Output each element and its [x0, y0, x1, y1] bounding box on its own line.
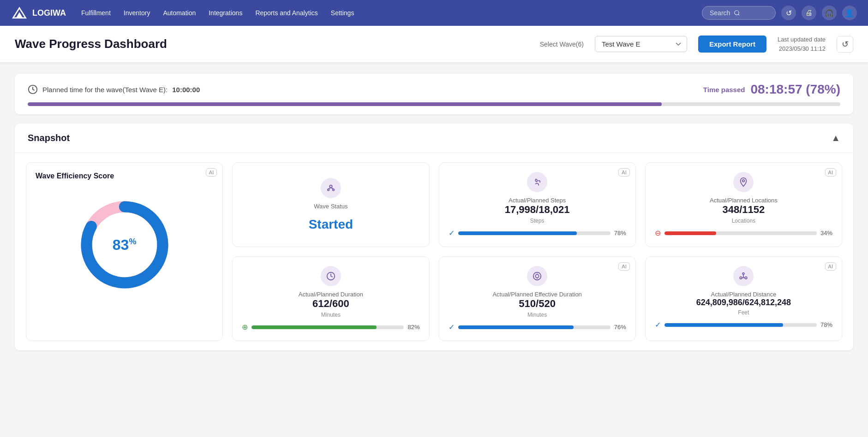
- steps-value: 17,998/18,021: [505, 204, 570, 216]
- time-bar-top: Planned time for the wave(Test Wave E): …: [28, 82, 840, 97]
- search-bar[interactable]: Search: [702, 6, 776, 20]
- support-button[interactable]: 🎧: [822, 6, 837, 20]
- distance-ai-badge: AI: [825, 262, 836, 271]
- locations-card: AI Actual/Planned Locations 348/1152 Loc…: [645, 162, 842, 247]
- duration-progress-icon: ⊕: [242, 323, 248, 331]
- steps-progress-icon: ✓: [449, 229, 455, 237]
- efficiency-ai-badge: AI: [206, 168, 217, 177]
- time-passed-label: Time passed: [703, 86, 745, 94]
- duration-value: 612/600: [312, 298, 349, 310]
- effective-duration-value: 510/520: [519, 298, 556, 310]
- wave-select[interactable]: Test Wave E: [595, 36, 687, 52]
- distance-icon: [733, 266, 754, 286]
- header-refresh-button[interactable]: ↺: [837, 36, 853, 53]
- nav-automation[interactable]: Automation: [163, 9, 196, 17]
- time-passed: Time passed 08:18:57 (78%): [703, 82, 840, 97]
- effective-duration-sub: Minutes: [527, 312, 547, 318]
- locations-progress-row: ⊖ 34%: [655, 229, 832, 237]
- effective-duration-progress-icon: ✓: [449, 323, 455, 331]
- print-button[interactable]: 🖨: [802, 6, 816, 20]
- svg-point-7: [329, 185, 332, 188]
- duration-sub: Minutes: [321, 312, 341, 318]
- svg-point-9: [333, 189, 335, 190]
- navbar: LOGIWA Fulfillment Inventory Automation …: [0, 0, 868, 26]
- distance-progress-pct: 78%: [820, 321, 832, 328]
- donut-center-value: 83%: [113, 236, 137, 254]
- brand-name: LOGIWA: [32, 8, 66, 18]
- efficiency-card: AI Wave Efficiency Score 83%: [26, 162, 223, 341]
- duration-icon: [321, 266, 341, 286]
- effective-duration-ai-badge: AI: [618, 262, 629, 271]
- nav-fulfillment[interactable]: Fulfillment: [81, 9, 111, 17]
- time-bar-section: Planned time for the wave(Test Wave E): …: [15, 74, 853, 114]
- distance-value: 624,809,986/624,812,248: [696, 298, 791, 307]
- user-button[interactable]: 👤: [842, 6, 857, 20]
- clock-icon: [28, 84, 38, 94]
- nav-inventory[interactable]: Inventory: [124, 9, 150, 17]
- svg-point-18: [745, 277, 748, 279]
- duration-progress-fill: [251, 325, 377, 329]
- svg-line-10: [328, 188, 331, 189]
- steps-title: Actual/Planned Steps: [509, 197, 566, 204]
- svg-point-13: [742, 180, 745, 182]
- efficiency-title: Wave Efficiency Score: [36, 172, 114, 180]
- planned-time-label: Planned time for the wave(Test Wave E):: [42, 86, 168, 94]
- nav-reports[interactable]: Reports and Analytics: [255, 9, 317, 17]
- wave-selector-label: Select Wave(6): [540, 41, 584, 48]
- refresh-nav-button[interactable]: ↺: [781, 6, 796, 20]
- duration-progress-track: [251, 325, 404, 329]
- last-updated: Last updated date 2023/05/30 11:12: [778, 35, 826, 53]
- wave-status-card: Wave Status Started: [232, 162, 429, 247]
- brand-logo[interactable]: LOGIWA: [11, 5, 66, 21]
- nav-integrations[interactable]: Integrations: [209, 9, 242, 17]
- steps-progress-pct: 78%: [614, 230, 626, 236]
- svg-point-17: [740, 277, 742, 279]
- locations-icon: [733, 172, 754, 192]
- locations-progress-fill: [664, 231, 716, 235]
- planned-time: Planned time for the wave(Test Wave E): …: [28, 84, 200, 94]
- steps-progress-track: [458, 231, 611, 235]
- distance-sub: Feet: [738, 309, 749, 316]
- locations-value: 348/1152: [722, 204, 765, 216]
- distance-progress-row: ✓ 78%: [655, 320, 832, 329]
- svg-line-11: [331, 188, 334, 189]
- search-icon: [734, 10, 740, 16]
- svg-point-8: [328, 189, 329, 190]
- wave-status-icon: [321, 178, 341, 198]
- duration-card: Actual/Planned Duration 612/600 Minutes …: [232, 256, 429, 341]
- effective-duration-progress-fill: [458, 325, 574, 329]
- time-passed-value: 08:18:57 (78%): [750, 82, 840, 97]
- wave-status-value: Started: [309, 217, 353, 232]
- nav-settings[interactable]: Settings: [331, 9, 354, 17]
- steps-progress-fill: [458, 231, 577, 235]
- steps-progress-row: ✓ 78%: [449, 229, 626, 237]
- steps-icon: [527, 172, 547, 192]
- duration-title: Actual/Planned Duration: [299, 291, 363, 298]
- svg-point-15: [533, 272, 541, 280]
- snapshot-collapse-button[interactable]: ▲: [831, 133, 840, 143]
- effective-duration-icon: [527, 266, 547, 286]
- locations-progress-icon: ⊖: [655, 229, 661, 237]
- search-text: Search: [710, 9, 730, 17]
- effective-duration-title: Actual/Planned Effective Duration: [492, 291, 581, 298]
- locations-ai-badge: AI: [825, 168, 836, 177]
- effective-duration-progress-track: [458, 325, 611, 329]
- distance-progress-track: [664, 323, 817, 327]
- last-updated-label: Last updated date: [778, 35, 826, 44]
- snapshot-section: Snapshot ▲ AI Wave Efficiency Score: [15, 124, 853, 350]
- export-report-button[interactable]: Export Report: [698, 35, 766, 53]
- svg-marker-1: [16, 12, 23, 18]
- page-header: Wave Progress Dashboard Select Wave(6) T…: [0, 26, 868, 63]
- duration-progress-pct: 82%: [407, 324, 419, 331]
- steps-ai-badge: AI: [618, 168, 629, 177]
- locations-progress-pct: 34%: [820, 230, 832, 236]
- distance-card: AI Actual/Planned Distance 624,809,986/6…: [645, 256, 842, 341]
- donut-chart: 83%: [74, 194, 175, 295]
- time-progress-track: [28, 102, 840, 106]
- effective-duration-progress-pct: 76%: [614, 324, 626, 331]
- svg-point-16: [535, 274, 539, 278]
- time-progress-fill: [28, 102, 662, 106]
- svg-point-12: [535, 179, 538, 182]
- planned-time-value: 10:00:00: [172, 86, 200, 94]
- locations-title: Actual/Planned Locations: [710, 197, 778, 204]
